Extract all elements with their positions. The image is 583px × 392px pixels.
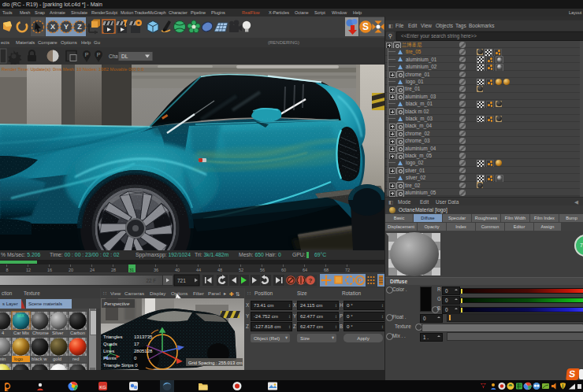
- svg-text:Car Mix: Car Mix: [13, 331, 29, 335]
- svg-text:min: min: [0, 357, 6, 361]
- svg-text:17: 17: [134, 342, 139, 346]
- svg-text:∷: ∷: [103, 290, 106, 296]
- svg-text:⇅: ⇅: [236, 291, 240, 297]
- svg-text:Grid Spacing : 255.013 cm: Grid Spacing : 255.013 cm: [188, 361, 243, 365]
- svg-text:Lines: Lines: [103, 349, 114, 353]
- svg-text:Chrome: Chrome: [32, 331, 49, 335]
- svg-text:Y: Y: [64, 23, 69, 31]
- svg-text:?: ?: [309, 277, 313, 284]
- svg-text:logo: logo: [14, 357, 23, 361]
- svg-text:S: S: [362, 21, 369, 32]
- svg-text:View: View: [110, 290, 121, 296]
- svg-text:Silver: Silver: [52, 331, 64, 335]
- svg-text:MIX: MIX: [17, 313, 25, 318]
- svg-text:Perspective: Perspective: [104, 301, 130, 306]
- svg-text:Panel: Panel: [208, 290, 221, 296]
- svg-text:P: P: [358, 277, 362, 284]
- svg-text:Filter: Filter: [193, 290, 204, 296]
- svg-text:gold: gold: [53, 357, 61, 361]
- svg-text:Render Time: Update(s): 0ms M: Render Time: Update(s): 0ms Mesh: 10 Nod…: [2, 67, 143, 72]
- svg-text:KG: KG: [99, 385, 106, 390]
- svg-text:Carbon: Carbon: [70, 331, 85, 335]
- svg-text:22 F: 22 F: [146, 278, 156, 283]
- svg-text:Points: Points: [103, 356, 117, 361]
- svg-text:Cameras: Cameras: [124, 290, 144, 296]
- svg-text:721: 721: [177, 278, 186, 283]
- svg-text:2805128: 2805128: [134, 349, 153, 353]
- svg-text:✚: ✚: [229, 291, 234, 297]
- svg-text:X: X: [50, 23, 55, 31]
- svg-text:DL: DL: [121, 54, 128, 59]
- svg-text:Z: Z: [77, 23, 82, 31]
- svg-text:red: red: [72, 357, 79, 361]
- svg-text:P: P: [97, 52, 101, 57]
- svg-text:Triangle Strips 0: Triangle Strips 0: [103, 363, 138, 368]
- svg-text:Quads: Quads: [103, 342, 117, 346]
- svg-text:1313735: 1313735: [134, 335, 153, 339]
- svg-text:Options: Options: [171, 290, 188, 296]
- svg-text:Triangles: Triangles: [103, 335, 122, 339]
- svg-text:black w: black w: [32, 357, 47, 361]
- svg-text:Display: Display: [150, 290, 166, 296]
- svg-text:P: P: [85, 52, 89, 57]
